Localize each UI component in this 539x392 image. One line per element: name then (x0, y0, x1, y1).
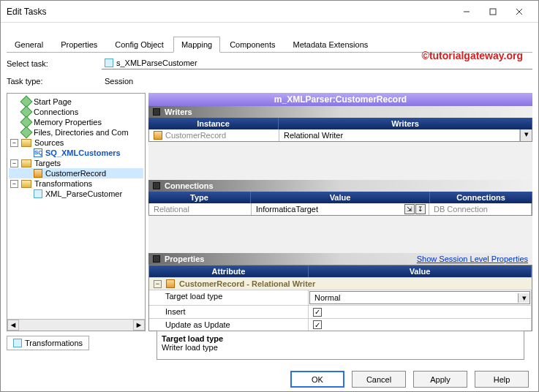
conn-edit-button[interactable]: ↧ (415, 204, 426, 214)
show-session-level-link[interactable]: Show Session Level Properties (417, 255, 528, 263)
col-value: Value (309, 265, 532, 277)
tree-source-item[interactable]: SQSQ_XMLCustomers (9, 148, 143, 158)
target-icon (154, 131, 162, 140)
description-body: Writer load type (162, 343, 519, 352)
task-type-value: Session (105, 77, 133, 86)
prop-update-as-update[interactable]: Update as Update ✓ (149, 318, 532, 331)
close-button[interactable] (506, 1, 532, 22)
col-value: Value (251, 192, 430, 203)
window-title: Edit Tasks (7, 7, 453, 17)
svg-rect-1 (490, 9, 496, 15)
select-task-value: s_XMLParseCustomer (116, 59, 197, 67)
tab-properties[interactable]: Properties (53, 37, 105, 52)
connections-section-header: Connections (148, 180, 532, 192)
session-icon (105, 59, 113, 67)
target-icon (166, 279, 175, 288)
page-icon (20, 127, 33, 139)
ok-button[interactable]: OK (290, 371, 344, 388)
conn-type: Relational (149, 203, 252, 215)
title-bar: Edit Tasks (1, 1, 538, 23)
scroll-right-icon[interactable]: ► (133, 320, 145, 331)
tab-metadata-extensions[interactable]: Metadata Extensions (285, 37, 377, 52)
tab-mapping[interactable]: Mapping (173, 37, 220, 53)
task-type-label: Task type: (7, 77, 102, 86)
collapse-icon[interactable] (153, 255, 160, 263)
dialog-buttons: OK Cancel Apply Help (290, 371, 529, 388)
tree-target-item[interactable]: CustomerRecord (9, 168, 143, 178)
col-connections: Connections (430, 192, 532, 203)
collapse-icon[interactable] (153, 108, 160, 116)
writers-instance: CustomerRecord (165, 131, 226, 140)
conn-value: InformaticaTarget (256, 205, 318, 214)
maximize-button[interactable] (480, 1, 506, 22)
collapse-icon[interactable]: − (10, 139, 18, 147)
tree-memory-properties[interactable]: Memory Properties (9, 117, 143, 127)
conn-browse-button[interactable]: ⇲ (404, 204, 415, 214)
select-task-label: Select task: (7, 59, 102, 68)
tree-hscroll[interactable]: ◄ ► (7, 319, 145, 331)
description-title: Target load type (162, 334, 519, 343)
col-attribute: Attribute (149, 265, 309, 277)
properties-section-header: Properties Show Session Level Properties (148, 253, 532, 265)
props-group-header[interactable]: − CustomerRecord - Relational Writer (149, 277, 532, 290)
prop-target-load-value: Normal (310, 292, 518, 304)
collapse-icon[interactable]: − (10, 180, 18, 188)
col-type: Type (148, 192, 251, 203)
col-instance: Instance (148, 118, 279, 129)
folder-icon (21, 180, 31, 188)
transformations-icon (13, 339, 22, 347)
transformations-tab-button[interactable]: Transformations (7, 336, 89, 350)
tree-files-dirs[interactable]: Files, Directories and Com (9, 127, 143, 137)
prop-target-load-type[interactable]: Target load type Normal ▾ (149, 290, 532, 305)
minimize-button[interactable] (453, 1, 480, 22)
tab-general[interactable]: General (7, 37, 51, 52)
prop-insert[interactable]: Insert ✓ (149, 305, 532, 318)
collapse-icon[interactable]: − (10, 159, 18, 167)
xform-icon (34, 189, 42, 198)
sq-icon: SQ (34, 148, 42, 157)
mapping-header: m_XMLParser:CustomerRecord (148, 93, 532, 106)
properties-grid: Attribute Value − CustomerRecord - Relat… (148, 265, 532, 331)
folder-icon (21, 139, 31, 147)
writers-columns: Instance Writers (148, 118, 532, 129)
tree-start-page[interactable]: Start Page (9, 97, 143, 107)
checkbox-checked-icon[interactable]: ✓ (313, 320, 322, 329)
writers-row[interactable]: CustomerRecord Relational Writer ▾ (148, 129, 532, 142)
tab-row: General Properties Config Object Mapping… (1, 23, 538, 52)
dropdown-icon[interactable]: ▾ (518, 293, 529, 303)
tree-targets[interactable]: −Targets (9, 158, 143, 168)
conn-connections: DB Connection (429, 203, 532, 215)
tree-sources[interactable]: −Sources (9, 137, 143, 148)
scroll-left-icon[interactable]: ◄ (7, 320, 19, 331)
connections-columns: Type Value Connections (148, 192, 532, 203)
task-type-row: Task type: Session (1, 74, 538, 88)
watermark: ©tutorialgateway.org (422, 50, 523, 61)
dropdown-icon[interactable]: ▾ (520, 129, 532, 141)
writers-section-header: Writers (148, 106, 532, 118)
apply-button[interactable]: Apply (413, 371, 467, 388)
collapse-icon[interactable]: − (154, 280, 162, 288)
details-pane: m_XMLParser:CustomerRecord Writers Insta… (148, 93, 532, 331)
tab-components[interactable]: Components (222, 37, 283, 52)
description-box: Target load type Writer load type (157, 331, 524, 360)
tree-xform-item[interactable]: XML_ParseCustomer (9, 189, 143, 199)
cancel-button[interactable]: Cancel (352, 371, 406, 388)
target-icon (34, 169, 42, 178)
connections-row[interactable]: Relational InformaticaTarget ⇲ ↧ DB Conn… (148, 203, 532, 216)
checkbox-checked-icon[interactable]: ✓ (313, 308, 322, 317)
navigation-tree: Start Page Connections Memory Properties… (7, 93, 146, 331)
tab-config-object[interactable]: Config Object (107, 37, 172, 52)
tree-connections[interactable]: Connections (9, 107, 143, 117)
collapse-icon[interactable] (153, 182, 160, 189)
writers-writer: Relational Writer (279, 129, 520, 141)
tree-transformations[interactable]: −Transformations (9, 178, 143, 189)
help-button[interactable]: Help (475, 371, 529, 388)
col-writers: Writers (279, 118, 532, 129)
folder-icon (21, 159, 31, 167)
